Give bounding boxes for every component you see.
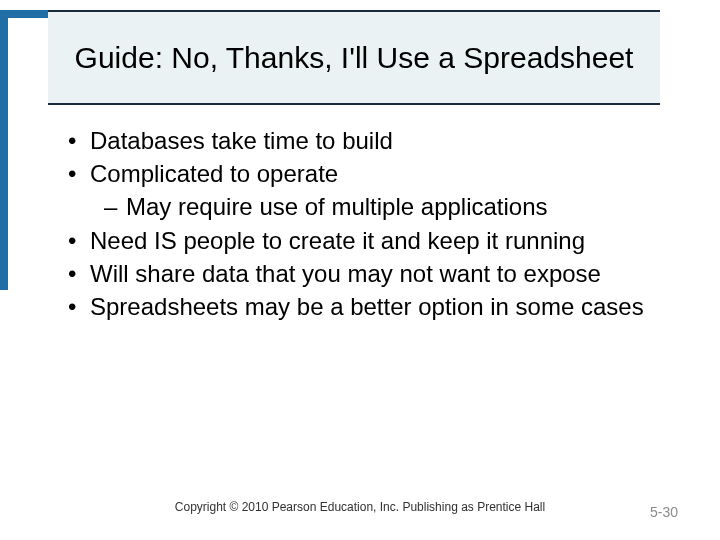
title-box: Guide: No, Thanks, I'll Use a Spreadshee… [48, 10, 660, 105]
bullet-item: Will share data that you may not want to… [60, 258, 680, 289]
sub-bullet-item: May require use of multiple applications [60, 191, 680, 222]
bullet-item: Databases take time to build [60, 125, 680, 156]
accent-left-bar [0, 10, 8, 290]
content-area: Databases take time to build Complicated… [60, 125, 680, 324]
bullet-item: Need IS people to create it and keep it … [60, 225, 680, 256]
page-number: 5-30 [650, 504, 678, 520]
footer: Copyright © 2010 Pearson Education, Inc.… [0, 500, 720, 520]
copyright-text: Copyright © 2010 Pearson Education, Inc.… [0, 500, 720, 514]
slide: Guide: No, Thanks, I'll Use a Spreadshee… [0, 0, 720, 540]
bullet-item: Complicated to operate [60, 158, 680, 189]
bullet-item: Spreadsheets may be a better option in s… [60, 291, 680, 322]
slide-title: Guide: No, Thanks, I'll Use a Spreadshee… [75, 39, 634, 77]
